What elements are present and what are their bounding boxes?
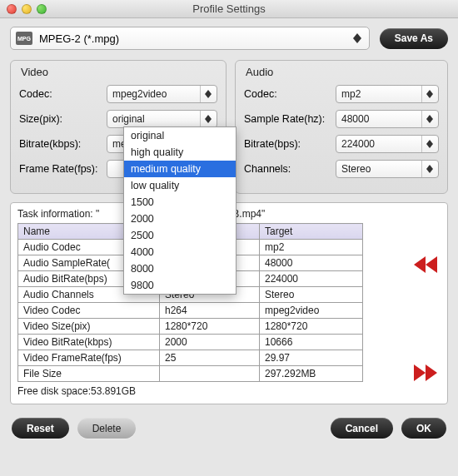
chevron-updown-icon	[200, 86, 213, 102]
video-bitrate-label: Bitrate(kbps):	[19, 138, 107, 150]
dropdown-option[interactable]: high quality	[124, 144, 236, 161]
reset-button[interactable]: Reset	[12, 418, 69, 439]
dropdown-option[interactable]: 2500	[124, 227, 236, 244]
free-disk-label: Free disk space:53.891GB	[17, 385, 441, 397]
video-framerate-label: Frame Rate(fps):	[19, 163, 107, 175]
chevron-updown-icon	[200, 111, 213, 127]
dropdown-option[interactable]: original	[124, 127, 236, 144]
fast-forward-icon[interactable]	[412, 364, 439, 381]
table-row: Video Size(pix)1280*7201280*720	[18, 319, 363, 335]
audio-codec-label: Codec:	[244, 88, 336, 100]
video-codec-select[interactable]: mpeg2video	[107, 85, 217, 103]
svg-marker-3	[205, 94, 212, 98]
table-row: Video BitRate(kbps)200010666	[18, 335, 363, 350]
dropdown-option[interactable]: 8000	[124, 260, 236, 277]
table-row: Video Codech264mpeg2video	[18, 303, 363, 319]
dialog-footer: Reset Delete Cancel OK	[0, 411, 458, 449]
svg-marker-17	[426, 169, 433, 173]
dropdown-option[interactable]: 9800	[124, 277, 236, 294]
audio-codec-select[interactable]: mp2	[336, 85, 439, 103]
dropdown-option[interactable]: medium quality	[124, 161, 236, 177]
audio-group: Audio Codec: mp2 Sample Rate(hz): 48000	[235, 60, 448, 194]
chevron-updown-icon	[421, 161, 435, 177]
svg-marker-19	[426, 256, 437, 273]
audio-bitrate-label: Bitrate(bps):	[244, 138, 336, 150]
svg-marker-11	[426, 94, 433, 98]
table-row: File Size297.292MB	[18, 366, 363, 382]
audio-samplerate-select[interactable]: 48000	[336, 110, 439, 128]
table-row: Video FrameRate(fps)2529.97	[18, 350, 363, 366]
video-codec-label: Codec:	[19, 88, 107, 100]
audio-channels-select[interactable]: Stereo	[336, 160, 439, 178]
dropdown-option[interactable]: 2000	[124, 211, 236, 227]
video-bitrate-dropdown[interactable]: originalhigh qualitymedium qualitylow qu…	[123, 126, 236, 295]
format-icon: MPG	[16, 32, 32, 45]
video-size-select[interactable]: original	[107, 110, 217, 128]
ok-button[interactable]: OK	[401, 418, 446, 439]
cancel-button[interactable]: Cancel	[331, 418, 393, 439]
titlebar: Profile Settings	[0, 0, 458, 18]
svg-marker-20	[414, 364, 426, 381]
svg-marker-21	[426, 364, 437, 381]
video-group-title: Video	[21, 66, 217, 78]
dropdown-option[interactable]: 4000	[124, 244, 236, 260]
audio-samplerate-label: Sample Rate(hz):	[244, 113, 336, 125]
save-as-button[interactable]: Save As	[380, 28, 448, 49]
delete-button[interactable]: Delete	[77, 418, 137, 439]
svg-marker-13	[426, 119, 433, 123]
rewind-icon[interactable]	[412, 256, 439, 273]
profile-format-select[interactable]: MPG MPEG-2 (*.mpg)	[10, 27, 370, 50]
audio-channels-label: Channels:	[244, 163, 336, 175]
svg-marker-15	[426, 144, 433, 148]
chevron-updown-icon	[421, 136, 435, 152]
chevron-updown-icon	[421, 111, 435, 127]
chevron-updown-icon	[351, 33, 364, 43]
dropdown-option[interactable]: low quality	[124, 177, 236, 194]
audio-group-title: Audio	[246, 66, 439, 78]
svg-marker-1	[353, 38, 361, 43]
chevron-updown-icon	[421, 86, 435, 102]
col-target: Target	[260, 224, 363, 240]
svg-marker-18	[414, 256, 426, 273]
audio-bitrate-select[interactable]: 224000	[336, 135, 439, 153]
profile-format-label: MPEG-2 (*.mpg)	[39, 32, 351, 45]
video-size-label: Size(pix):	[19, 113, 107, 125]
svg-marker-5	[205, 119, 212, 123]
dropdown-option[interactable]: 1500	[124, 194, 236, 211]
window-title: Profile Settings	[0, 2, 458, 15]
